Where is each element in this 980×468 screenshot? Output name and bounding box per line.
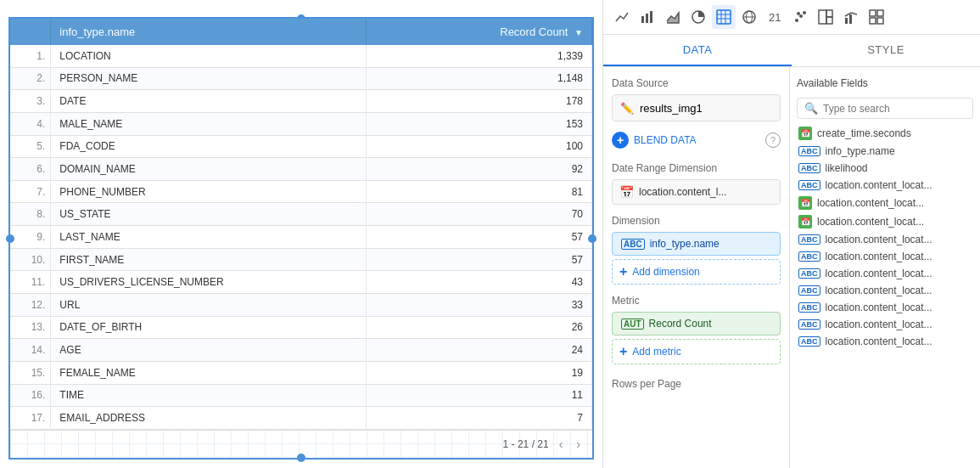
resize-handle-right[interactable] bbox=[588, 234, 596, 243]
prev-page-button[interactable]: ‹ bbox=[556, 436, 567, 453]
search-box[interactable]: 🔍 bbox=[797, 98, 973, 119]
scatter-btn[interactable] bbox=[788, 5, 812, 29]
table-row: 4. MALE_NAME 153 bbox=[10, 112, 592, 135]
search-input[interactable] bbox=[823, 103, 966, 115]
date-range-box[interactable]: 📅 location.content_l... bbox=[612, 179, 781, 205]
blend-data-plus-icon: + bbox=[612, 132, 629, 149]
scatter-icon bbox=[792, 9, 808, 25]
field-item[interactable]: ABC location.content_locat... bbox=[797, 333, 973, 350]
record-count-cell: 57 bbox=[367, 226, 592, 249]
record-count-cell: 33 bbox=[367, 294, 592, 317]
table-row: 2. PERSON_NAME 1,148 bbox=[10, 67, 592, 90]
field-item[interactable]: ABC location.content_locat... bbox=[797, 177, 973, 194]
metric-box[interactable]: AUT Record Count bbox=[612, 312, 781, 335]
next-page-button[interactable]: › bbox=[573, 436, 584, 453]
tree-map-btn[interactable] bbox=[814, 5, 837, 29]
field-abc-icon: ABC bbox=[798, 251, 820, 262]
svg-rect-21 bbox=[849, 14, 852, 24]
svg-rect-23 bbox=[877, 10, 883, 16]
svg-rect-19 bbox=[826, 17, 832, 24]
resize-handle-bottom[interactable] bbox=[297, 454, 305, 462]
svg-rect-24 bbox=[870, 18, 876, 24]
field-item[interactable]: ABC location.content_locat... bbox=[797, 282, 973, 299]
dimension-value: info_type.name bbox=[650, 238, 720, 250]
record-count-cell: 100 bbox=[367, 135, 592, 158]
add-dimension-label: Add dimension bbox=[632, 266, 699, 278]
field-name: location.content_locat... bbox=[826, 285, 932, 296]
field-item[interactable]: ABC likelihood bbox=[797, 160, 973, 177]
svg-point-13 bbox=[795, 19, 798, 22]
field-item[interactable]: ABC info_type.name bbox=[797, 143, 973, 160]
field-abc-icon: ABC bbox=[798, 234, 820, 245]
field-item[interactable]: 📅 location.content_locat... bbox=[797, 212, 973, 231]
record-count-cell: 1,339 bbox=[367, 45, 592, 67]
combo-chart-btn[interactable] bbox=[839, 5, 863, 29]
bar-chart-btn[interactable] bbox=[636, 5, 659, 29]
add-metric-plus-icon: + bbox=[619, 344, 627, 359]
blend-data-help-icon[interactable]: ? bbox=[765, 133, 781, 148]
blend-data-row[interactable]: + BLEND DATA ? bbox=[612, 128, 781, 152]
col-header-record-count[interactable]: Record Count ▼ bbox=[367, 19, 592, 45]
record-count-cell: 70 bbox=[367, 203, 592, 226]
table-header-row: info_type.name Record Count ▼ bbox=[10, 19, 592, 45]
row-num-cell: 2. bbox=[10, 67, 51, 90]
row-num-cell: 15. bbox=[10, 361, 51, 384]
svg-rect-18 bbox=[826, 10, 832, 17]
record-count-cell: 92 bbox=[367, 158, 592, 181]
svg-rect-1 bbox=[646, 14, 648, 23]
info-type-cell: US_STATE bbox=[51, 203, 367, 226]
resize-handle-left[interactable] bbox=[6, 234, 14, 243]
field-abc-icon: ABC bbox=[798, 268, 820, 279]
field-item[interactable]: 📅 create_time.seconds bbox=[797, 124, 973, 143]
field-calendar-icon: 📅 bbox=[798, 127, 812, 140]
table-row: 9. LAST_NAME 57 bbox=[10, 226, 592, 249]
field-item[interactable]: ABC location.content_locat... bbox=[797, 248, 973, 265]
more-charts-btn[interactable] bbox=[865, 5, 888, 29]
row-num-cell: 9. bbox=[10, 226, 51, 249]
data-column: Data Source ✏️ results_img1 + BLEND DATA… bbox=[603, 67, 790, 468]
tab-style[interactable]: STYLE bbox=[792, 35, 980, 66]
table-row: 8. US_STATE 70 bbox=[10, 203, 592, 226]
record-count-cell: 26 bbox=[367, 316, 592, 339]
tab-data[interactable]: DATA bbox=[603, 35, 792, 66]
field-name: location.content_locat... bbox=[826, 179, 932, 191]
info-type-cell: FEMALE_NAME bbox=[51, 361, 367, 384]
table-chart-btn[interactable] bbox=[712, 5, 736, 29]
info-type-cell: DATE_OF_BIRTH bbox=[51, 316, 367, 339]
metric-aut-badge: AUT bbox=[621, 319, 644, 330]
field-name: location.content_locat... bbox=[826, 319, 932, 330]
field-abc-icon: ABC bbox=[798, 163, 820, 173]
field-item[interactable]: ABC location.content_locat... bbox=[797, 316, 973, 333]
field-abc-icon: ABC bbox=[798, 146, 820, 156]
area-chart-btn[interactable] bbox=[661, 5, 685, 29]
table-body: 1. LOCATION 1,339 2. PERSON_NAME 1,148 3… bbox=[10, 45, 592, 430]
field-item[interactable]: ABC location.content_locat... bbox=[797, 299, 973, 316]
field-item[interactable]: 📅 location.content_locat... bbox=[797, 194, 973, 212]
field-item[interactable]: ABC location.content_locat... bbox=[797, 265, 973, 282]
table-row: 3. DATE 178 bbox=[10, 90, 592, 113]
geo-map-btn[interactable] bbox=[737, 5, 761, 29]
record-count-cell: 11 bbox=[367, 384, 592, 407]
field-item[interactable]: ABC location.content_locat... bbox=[797, 231, 973, 248]
tab-bar: DATA STYLE bbox=[603, 35, 980, 67]
field-abc-icon: ABC bbox=[798, 302, 820, 313]
globe-icon bbox=[742, 9, 757, 25]
info-type-cell: TIME bbox=[51, 384, 367, 407]
col-header-info-type[interactable]: info_type.name bbox=[51, 19, 367, 45]
right-content: Data Source ✏️ results_img1 + BLEND DATA… bbox=[603, 67, 980, 468]
add-metric-label: Add metric bbox=[632, 346, 680, 358]
row-num-cell: 12. bbox=[10, 294, 51, 317]
field-abc-icon: ABC bbox=[798, 319, 820, 330]
scorecard-btn[interactable]: 21 bbox=[763, 5, 787, 29]
date-range-section: Date Range Dimension 📅 location.content_… bbox=[612, 162, 781, 205]
dimension-box[interactable]: ABC info_type.name bbox=[612, 232, 781, 256]
pie-chart-btn[interactable] bbox=[686, 5, 710, 29]
add-dimension-btn[interactable]: + Add dimension bbox=[612, 259, 781, 285]
table-row: 17. EMAIL_ADDRESS 7 bbox=[10, 407, 592, 430]
svg-rect-4 bbox=[717, 10, 731, 24]
data-source-row[interactable]: ✏️ results_img1 bbox=[612, 94, 781, 121]
field-name: location.content_locat... bbox=[817, 216, 924, 228]
line-chart-btn[interactable] bbox=[610, 5, 634, 29]
number-icon: 21 bbox=[767, 9, 782, 25]
add-metric-btn[interactable]: + Add metric bbox=[612, 339, 781, 364]
